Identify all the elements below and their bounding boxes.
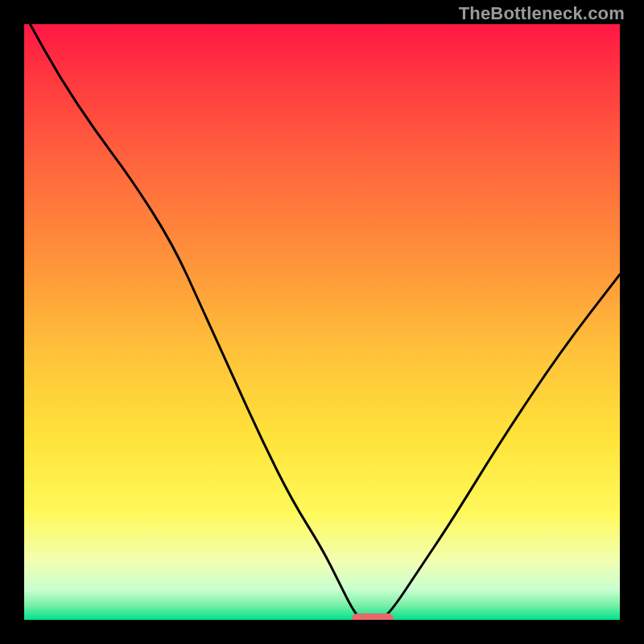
optimal-marker	[352, 613, 394, 620]
bottleneck-curve	[24, 24, 620, 620]
watermark: TheBottleneck.com	[459, 3, 625, 24]
chart-frame: TheBottleneck.com	[0, 0, 644, 644]
plot-area	[24, 24, 620, 620]
